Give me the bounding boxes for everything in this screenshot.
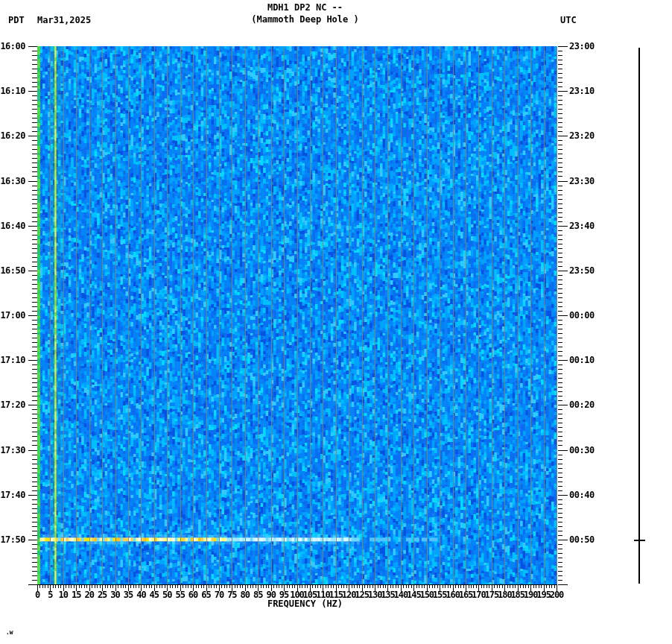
right-time-tick-label: 00:00: [569, 310, 605, 321]
right-time-tick-label: 00:50: [569, 534, 605, 545]
right-time-tick-label: 23:10: [569, 86, 605, 96]
right-time-tick-label: 23:20: [569, 130, 605, 141]
left-time-tick-label: 17:20: [0, 400, 25, 410]
plot-title: MDH1 DP2 NC --: [45, 2, 565, 13]
timezone-right-label: UTC: [560, 15, 577, 25]
left-time-tick-label: 17:40: [0, 490, 25, 500]
right-time-tick-label: 23:30: [569, 176, 605, 186]
spectrogram-page: PDT Mar31,2025 MDH1 DP2 NC -- (Mammoth D…: [0, 0, 672, 644]
right-time-tick-label: 00:10: [569, 355, 605, 365]
left-time-tick-label: 17:50: [0, 534, 25, 545]
plot-subtitle: (Mammoth Deep Hole ): [45, 14, 565, 25]
right-time-tick-label: 00:40: [569, 490, 605, 500]
footer-artifact-text: .w: [6, 630, 13, 636]
right-time-tick-label: 23:50: [569, 265, 605, 276]
left-time-tick-label: 16:30: [0, 176, 25, 186]
left-time-tick-label: 16:00: [0, 41, 25, 51]
spectrogram-canvas: [0, 0, 672, 644]
left-time-tick-label: 17:30: [0, 445, 25, 455]
timezone-left-label: PDT: [8, 15, 25, 25]
left-time-tick-label: 16:10: [0, 86, 25, 96]
right-time-tick-label: 23:00: [569, 41, 605, 51]
left-time-tick-label: 17:00: [0, 310, 25, 321]
left-time-tick-label: 16:40: [0, 221, 25, 231]
x-axis-title: FREQUENCY (HZ): [45, 599, 565, 609]
right-time-tick-label: 00:30: [569, 445, 605, 455]
left-time-tick-label: 16:50: [0, 265, 25, 276]
right-time-tick-label: 00:20: [569, 400, 605, 410]
left-time-tick-label: 17:10: [0, 355, 25, 365]
right-time-tick-label: 23:40: [569, 221, 605, 231]
left-time-tick-label: 16:20: [0, 130, 25, 141]
